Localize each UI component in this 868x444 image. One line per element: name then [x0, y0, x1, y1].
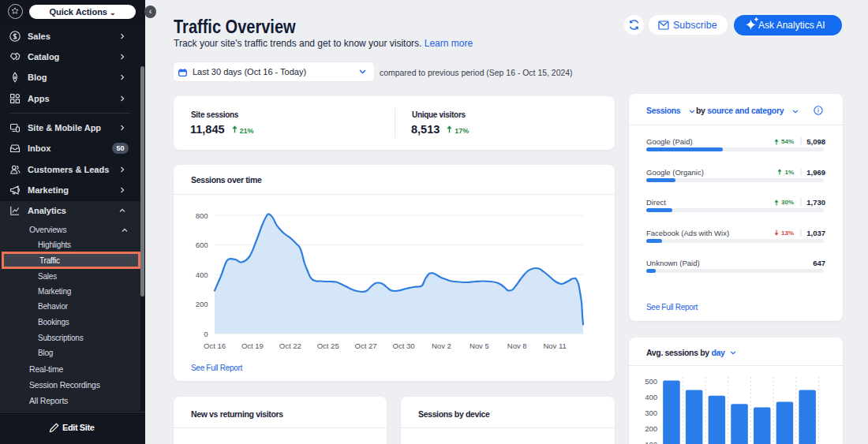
svg-text:400: 400: [645, 393, 657, 401]
svg-text:400: 400: [196, 271, 208, 279]
svg-text:Nov 5: Nov 5: [470, 341, 489, 350]
svg-text:300: 300: [645, 409, 657, 417]
svg-text:600: 600: [196, 241, 208, 249]
svg-text:Oct 22: Oct 22: [279, 341, 301, 350]
svg-text:Oct 19: Oct 19: [241, 341, 264, 350]
svg-text:Oct 27: Oct 27: [355, 341, 377, 350]
svg-text:Nov 2: Nov 2: [432, 341, 451, 350]
svg-text:800: 800: [196, 211, 208, 220]
svg-text:100: 100: [645, 440, 657, 444]
svg-text:Nov 11: Nov 11: [543, 341, 566, 350]
svg-text:Oct 16: Oct 16: [204, 341, 226, 350]
svg-text:200: 200: [645, 424, 657, 433]
svg-text:500: 500: [645, 377, 657, 386]
svg-text:200: 200: [196, 300, 208, 308]
svg-text:0: 0: [204, 330, 208, 338]
svg-text:Oct 30: Oct 30: [393, 341, 415, 350]
svg-text:Oct 25: Oct 25: [317, 341, 339, 350]
svg-text:Nov 8: Nov 8: [507, 341, 527, 350]
